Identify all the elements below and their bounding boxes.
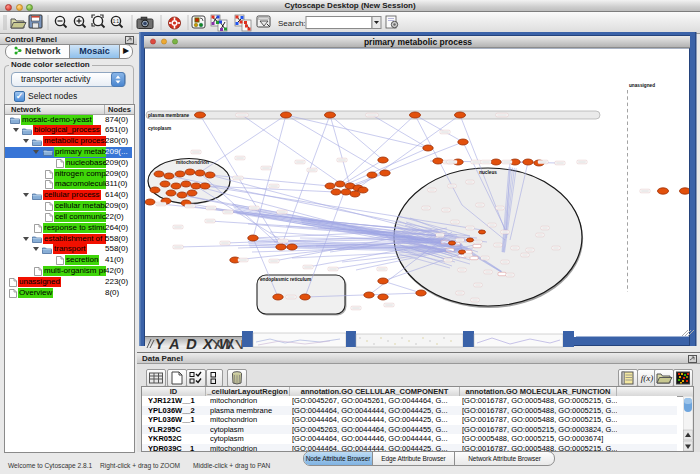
svg-text:unassigned: unassigned	[629, 83, 655, 88]
svg-text:plasma membrane: plasma membrane	[148, 113, 190, 118]
svg-text:f(x): f(x)	[641, 373, 654, 383]
svg-text:primary metabolic process: primary metabolic process	[364, 37, 472, 47]
svg-text:endoplasmic reticulum: endoplasmic reticulum	[260, 277, 311, 282]
svg-text:mitochondrion: mitochondrion	[176, 160, 209, 165]
svg-text:cytoplasm: cytoplasm	[148, 126, 171, 131]
svg-text:nucleus: nucleus	[479, 170, 497, 175]
